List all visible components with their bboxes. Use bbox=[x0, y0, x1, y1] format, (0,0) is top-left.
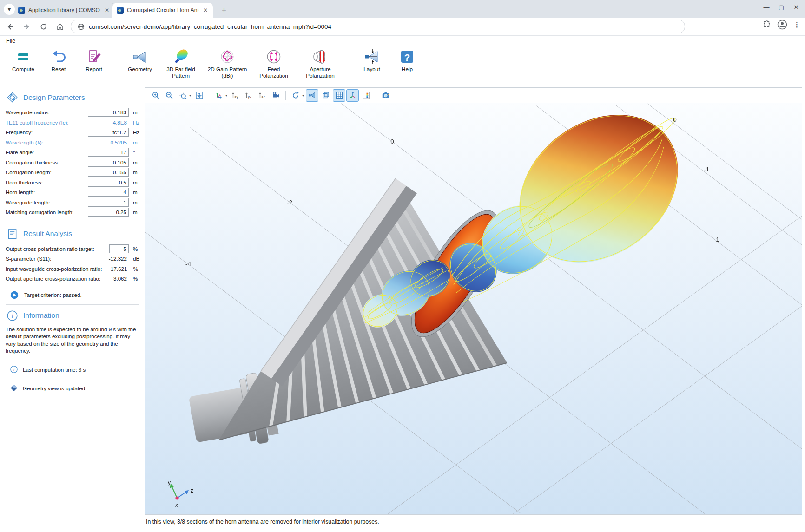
parameter-input[interactable] bbox=[88, 148, 129, 157]
ribbon-button-label: Geometry bbox=[128, 66, 152, 73]
3d-scene-canvas[interactable]: 0 -2 -4 0 -1 1 y z x bbox=[145, 103, 802, 514]
home-button[interactable] bbox=[53, 20, 67, 33]
parameter-unit: m bbox=[129, 139, 143, 145]
parameter-input[interactable] bbox=[88, 198, 129, 207]
farfield3d-button[interactable]: 3D Far-field Pattern bbox=[158, 46, 204, 79]
parameter-input[interactable] bbox=[88, 178, 129, 187]
scene-light-icon[interactable] bbox=[306, 89, 318, 102]
view-caption: In this view, 3/8 sections of the horn a… bbox=[146, 519, 379, 525]
reset-button[interactable]: Reset bbox=[41, 46, 76, 73]
snapshot-camera-icon[interactable] bbox=[379, 89, 392, 102]
svg-text:y: y bbox=[168, 479, 171, 486]
parameter-row: Horn length:m bbox=[6, 187, 143, 197]
section-title: Design Parameters bbox=[23, 93, 85, 102]
parameter-unit: Hz bbox=[129, 129, 143, 135]
xy-view-icon[interactable]: xy bbox=[229, 89, 242, 102]
parameter-input[interactable] bbox=[88, 168, 129, 177]
zoom-in-icon[interactable] bbox=[149, 89, 162, 102]
chevron-down-icon[interactable]: ▾ bbox=[189, 93, 191, 98]
parameter-label: Frequency: bbox=[6, 129, 89, 135]
parameter-unit: % bbox=[129, 276, 143, 282]
graphics-panel: ▾ ▾ xy yz xz ▾ < /g> bbox=[145, 87, 802, 515]
svg-text:-1: -1 bbox=[704, 166, 709, 173]
information-paragraph: The solution time is expected to be arou… bbox=[6, 326, 143, 355]
yz-view-icon[interactable]: yz bbox=[243, 89, 255, 102]
transparency-icon[interactable] bbox=[319, 89, 332, 102]
color-legend-icon[interactable]: < /g> bbox=[360, 89, 372, 102]
tab-close-icon[interactable]: ✕ bbox=[104, 7, 110, 13]
tab-search-button[interactable]: ▼ bbox=[4, 4, 15, 15]
new-tab-button[interactable]: + bbox=[218, 5, 230, 16]
axis-orientation-icon[interactable] bbox=[346, 89, 359, 102]
comsol-favicon-icon bbox=[117, 7, 124, 14]
parameter-label: Output aperture cross-polarization ratio… bbox=[6, 276, 102, 282]
grid-icon[interactable] bbox=[333, 89, 345, 102]
parameter-unit: % bbox=[129, 266, 144, 272]
parameter-label: Input waveguide cross-polarization ratio… bbox=[6, 266, 102, 272]
parameter-input[interactable] bbox=[88, 108, 129, 117]
parameter-row: Corrugation length:m bbox=[6, 167, 143, 177]
layout-button[interactable]: Layout bbox=[354, 46, 389, 73]
parameter-row: Flare angle:° bbox=[6, 147, 143, 158]
parameter-label: Matching corrugation length: bbox=[6, 209, 89, 215]
svg-text:i: i bbox=[11, 312, 13, 319]
movie-camera-icon[interactable] bbox=[270, 89, 282, 102]
report-icon bbox=[86, 48, 102, 65]
tab-close-icon[interactable]: ✕ bbox=[202, 7, 209, 13]
parameter-row: TE11 cutoff frequency (fc):4.8E8Hz bbox=[6, 118, 143, 128]
note-text: Last computation time: 6 s bbox=[23, 367, 86, 373]
parameter-input[interactable] bbox=[88, 158, 129, 167]
information-icon: i bbox=[7, 310, 18, 322]
minimize-button[interactable]: — bbox=[759, 4, 773, 11]
zoom-box-icon[interactable] bbox=[176, 89, 189, 102]
chevron-down-icon[interactable]: ▾ bbox=[302, 93, 304, 98]
zoom-out-icon[interactable] bbox=[163, 89, 175, 102]
parameter-input[interactable] bbox=[88, 208, 129, 217]
parameter-unit: dB bbox=[129, 256, 143, 262]
close-button[interactable]: ✕ bbox=[789, 4, 803, 11]
parameter-unit: m bbox=[129, 159, 143, 165]
aperturepol-button[interactable]: Aperture Polarization bbox=[297, 46, 343, 79]
tab-application-library[interactable]: Application Library | COMSOL S ✕ bbox=[14, 3, 115, 18]
chevron-down-icon[interactable]: ▾ bbox=[225, 93, 227, 98]
parameter-unit: m bbox=[129, 199, 143, 205]
maximize-button[interactable]: ▢ bbox=[774, 4, 788, 11]
tab-title: Application Library | COMSOL S bbox=[28, 7, 100, 13]
gain2d-button[interactable]: 2D Gain Pattern (dBi) bbox=[204, 46, 251, 79]
profile-avatar-icon[interactable] bbox=[777, 20, 787, 30]
ribbon-button-label: Report bbox=[86, 66, 102, 73]
parameter-label: Wavelength (λ): bbox=[6, 139, 89, 145]
compute-button[interactable]: Compute bbox=[6, 46, 41, 73]
status-text: Target criterion: passed. bbox=[24, 292, 82, 298]
parameter-row: Input waveguide cross-polarization ratio… bbox=[6, 264, 143, 274]
extensions-icon[interactable] bbox=[763, 20, 771, 29]
globe-icon bbox=[78, 23, 85, 30]
file-menu[interactable]: File bbox=[6, 38, 15, 44]
feedpol-button[interactable]: Feed Polarization bbox=[251, 46, 297, 79]
parameter-row: Corrugation thicknessm bbox=[6, 158, 143, 168]
rotate-view-icon[interactable] bbox=[289, 89, 302, 102]
kebab-menu-icon[interactable]: ⋮ bbox=[793, 20, 800, 29]
last-computation-note: i Last computation time: 6 s bbox=[10, 366, 143, 373]
help-button[interactable]: ?Help bbox=[389, 46, 425, 73]
polar-plot-icon bbox=[219, 48, 236, 65]
ribbon-button-label: Aperture Polarization bbox=[300, 66, 340, 79]
geometry-button[interactable]: Geometry bbox=[122, 46, 158, 73]
forward-button[interactable] bbox=[20, 20, 33, 33]
xz-view-icon[interactable]: xz bbox=[256, 89, 269, 102]
report-button[interactable]: Report bbox=[76, 46, 112, 73]
url-bar[interactable]: comsol.com/server-demo/app/library_corru… bbox=[71, 20, 685, 33]
parameter-input[interactable] bbox=[88, 128, 129, 137]
back-button[interactable] bbox=[3, 20, 17, 33]
reload-button[interactable] bbox=[36, 20, 50, 33]
parameter-input[interactable] bbox=[88, 188, 129, 197]
default-3d-view-icon[interactable] bbox=[212, 89, 225, 102]
chevron-down-icon: ▼ bbox=[7, 7, 12, 12]
zoom-extents-icon[interactable] bbox=[193, 89, 205, 102]
ribbon-button-label: 3D Far-field Pattern bbox=[161, 66, 201, 79]
parameter-input[interactable] bbox=[109, 244, 129, 253]
svg-text:0: 0 bbox=[673, 116, 677, 123]
tab-horn-antenna[interactable]: Corrugated Circular Horn Anten ✕ bbox=[112, 3, 213, 18]
info-circle-icon: i bbox=[10, 366, 18, 373]
parameter-unit: % bbox=[129, 246, 143, 252]
